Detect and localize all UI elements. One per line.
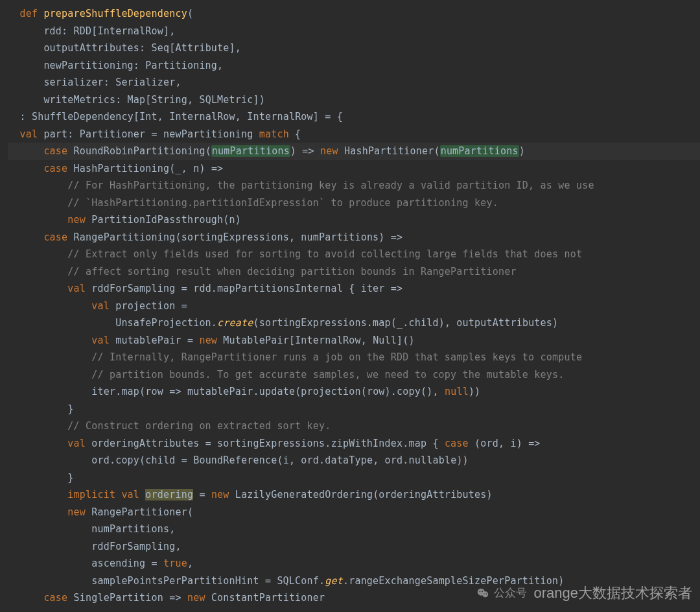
code-editor[interactable]: def prepareShuffleDependency( rdd: RDD[I… [0, 0, 700, 612]
